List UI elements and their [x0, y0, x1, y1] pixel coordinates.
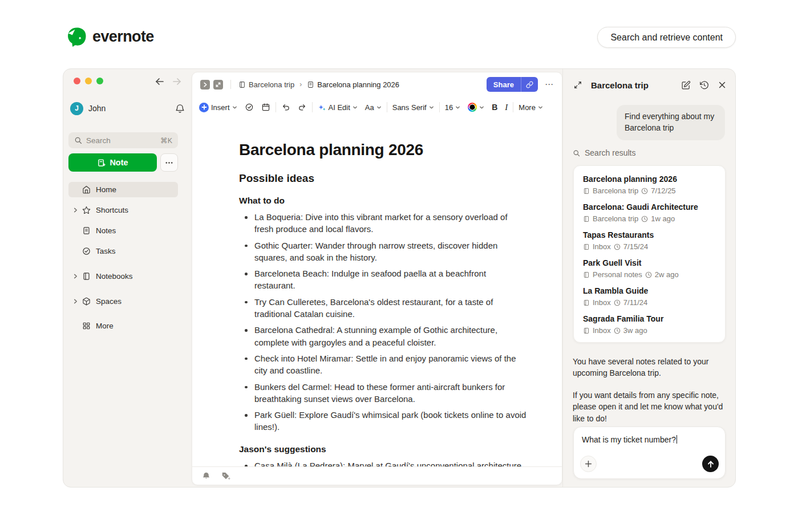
list-item: Gothic Quarter: Wander through narrow st… [239, 239, 529, 264]
note-heading: Possible ideas [239, 172, 529, 185]
chevron-right-icon[interactable] [73, 208, 78, 213]
assistant-header: Barcelona trip [573, 79, 727, 91]
notebook-icon [583, 188, 590, 194]
new-note-button[interactable]: Note [68, 153, 157, 172]
expand-panel-icon[interactable] [573, 80, 582, 90]
sidebar-item-home[interactable]: Home [68, 182, 178, 197]
share-button[interactable]: Share [487, 77, 538, 92]
breadcrumb-notebook[interactable]: Barcelona trip [249, 80, 294, 89]
back-arrow-icon[interactable] [154, 76, 165, 87]
collapse-sidebar-icon[interactable] [200, 80, 210, 90]
color-wheel-icon [468, 103, 477, 112]
list-item: Try Can Culleretes, Barcelona's oldest r… [239, 296, 529, 320]
chevron-down-icon [479, 105, 484, 110]
toolbar-more-button[interactable]: More [519, 103, 543, 112]
notebook-icon [82, 272, 91, 281]
search-and-retrieve-button[interactable]: Search and retrieve content [597, 27, 736, 48]
chat-input[interactable]: What is my ticket number? [573, 427, 726, 479]
clock-icon [645, 271, 652, 278]
expand-note-icon[interactable] [213, 80, 223, 90]
minimize-window-button[interactable] [85, 78, 92, 84]
task-checkbox-icon[interactable] [245, 103, 254, 112]
result-item[interactable]: Sagrada Familia Tour Inbox 3w ago [583, 314, 716, 335]
search-placeholder: Search [86, 136, 111, 145]
sidebar-item-shortcuts[interactable]: Shortcuts [68, 202, 178, 218]
breadcrumb-separator: › [299, 80, 302, 88]
add-tag-icon[interactable] [221, 472, 230, 481]
text-color-button[interactable] [468, 103, 484, 112]
copy-link-icon[interactable] [521, 77, 538, 92]
chevron-down-icon [538, 105, 543, 110]
new-chat-icon[interactable] [681, 80, 691, 90]
note-subheading: Jason's suggestions [239, 444, 529, 454]
notebook-icon [583, 243, 590, 250]
close-window-button[interactable] [74, 78, 80, 84]
reminder-bell-icon[interactable] [202, 472, 210, 480]
top-bar: evernote Search and retrieve content [0, 0, 798, 68]
note-options-button[interactable] [160, 153, 178, 172]
sidebar-item-more[interactable]: More [68, 318, 178, 334]
sidebar-item-notes[interactable]: Notes [68, 223, 178, 238]
result-item[interactable]: La Rambla Guide Inbox 7/11/24 [583, 286, 716, 307]
ai-edit-button[interactable]: AI Edit [318, 103, 358, 112]
sidebar-nav: Home Shortcuts Notes [68, 182, 178, 334]
redo-icon[interactable] [298, 103, 307, 112]
list-item: Barcelona Cathedral: A stunning example … [239, 324, 529, 348]
notifications-bell-icon[interactable] [175, 104, 185, 113]
profile-row[interactable]: J John [70, 101, 185, 116]
breadcrumb: Barcelona trip › Barcelona planning 2026 [238, 80, 399, 89]
bullet-list: La Boqueria: Dive into this vibrant mark… [239, 211, 529, 433]
sidebar-item-notebooks[interactable]: Notebooks [68, 269, 178, 284]
attach-plus-button[interactable] [580, 456, 597, 472]
notebook-icon [583, 216, 590, 222]
chat-input-value: What is my ticket number? [582, 435, 676, 444]
chevron-down-icon [376, 105, 382, 110]
sidebar-item-spaces[interactable]: Spaces [68, 294, 178, 309]
list-item: Barceloneta Beach: Indulge in seafood pa… [239, 267, 529, 292]
editor-header: Barcelona trip › Barcelona planning 2026… [192, 72, 562, 96]
chevron-down-icon [429, 105, 434, 110]
cube-icon [82, 297, 91, 306]
insert-button[interactable]: Insert [199, 103, 237, 112]
calendar-icon[interactable] [261, 103, 270, 112]
share-label: Share [487, 77, 521, 92]
chevron-right-icon[interactable] [73, 274, 78, 279]
sidebar-item-tasks[interactable]: Tasks [68, 243, 178, 259]
font-size-select[interactable]: 16 [445, 103, 460, 112]
forward-arrow-icon[interactable] [171, 76, 183, 87]
chevron-down-icon [455, 105, 460, 110]
italic-button[interactable]: I [505, 103, 508, 112]
search-shortcut: ⌘K [160, 136, 172, 145]
sidebar-item-label: Shortcuts [96, 206, 128, 214]
note-add-icon [583, 327, 590, 334]
send-button[interactable] [702, 456, 719, 472]
sidebar: J John Search ⌘K Note [63, 69, 192, 487]
close-icon[interactable] [718, 80, 727, 90]
bold-button[interactable]: B [492, 103, 497, 112]
chevron-right-icon[interactable] [73, 299, 78, 304]
result-item[interactable]: Barcelona planning 2026 Barcelona trip 7… [583, 174, 716, 195]
history-icon[interactable] [699, 80, 709, 90]
text-style-button[interactable]: Aa [365, 103, 382, 112]
app-window: J John Search ⌘K Note [63, 68, 736, 488]
sidebar-item-label: Home [96, 185, 116, 194]
zoom-window-button[interactable] [96, 78, 103, 84]
note-icon [82, 226, 91, 235]
avatar[interactable]: J [70, 102, 83, 115]
check-circle-icon [82, 247, 91, 255]
result-item[interactable]: Tapas Restaurants Inbox 7/15/24 [583, 230, 716, 251]
note-editor: Barcelona trip › Barcelona planning 2026… [192, 72, 562, 485]
result-item[interactable]: Barcelona: Gaudi Architecture Barcelona … [583, 202, 716, 223]
note-body[interactable]: Barcelona planning 2026 Possible ideas W… [192, 118, 561, 466]
assistant-message: You have several notes related to your u… [573, 356, 724, 379]
star-icon [82, 206, 91, 214]
result-item[interactable]: Park Guell Visit Personal notes 2w ago [583, 258, 716, 279]
search-input[interactable]: Search ⌘K [68, 132, 178, 148]
grid-icon [82, 322, 91, 330]
undo-icon[interactable] [281, 103, 290, 112]
sidebar-item-label: Spaces [96, 297, 121, 306]
note-more-options-icon[interactable]: ⋯ [545, 79, 554, 90]
breadcrumb-note[interactable]: Barcelona planning 2026 [317, 80, 399, 89]
new-note-label: Note [110, 158, 128, 167]
font-family-select[interactable]: Sans Serif [392, 103, 434, 112]
